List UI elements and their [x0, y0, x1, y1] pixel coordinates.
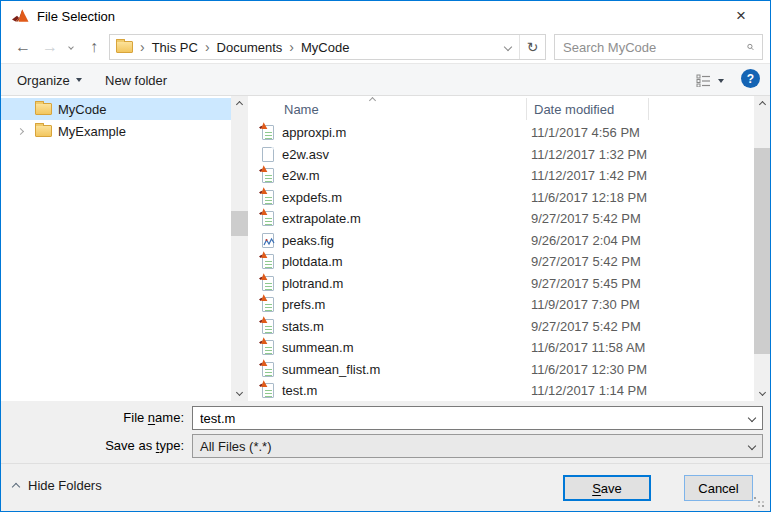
sidebar-item-label: MyExample: [58, 124, 126, 139]
chevron-up-icon: [12, 483, 20, 491]
file-row[interactable]: test.m 11/12/2017 1:14 PM: [248, 380, 754, 402]
sidebar-item-mycode[interactable]: MyCode: [1, 98, 231, 120]
scroll-up-button[interactable]: [754, 96, 771, 113]
organize-label: Organize: [17, 73, 70, 88]
file-row[interactable]: summean_flist.m 11/6/2017 12:30 PM: [248, 359, 754, 381]
file-name: summean_flist.m: [282, 362, 380, 377]
file-date-modified: 11/12/2017 1:42 PM: [531, 168, 647, 183]
file-row[interactable]: expdefs.m 11/6/2017 12:18 PM: [248, 187, 754, 209]
file-name: approxpi.m: [282, 125, 346, 140]
file-name-input[interactable]: [192, 406, 763, 430]
recent-locations-button[interactable]: [63, 34, 79, 60]
change-view-button[interactable]: [696, 69, 724, 92]
folder-tree-sidebar: MyCode MyExample: [1, 96, 231, 401]
file-row[interactable]: extrapolate.m 9/27/2017 5:42 PM: [248, 208, 754, 230]
file-date-modified: 11/6/2017 12:30 PM: [531, 362, 647, 377]
fields-panel: File name: Save as type: All Files (*.*): [1, 401, 770, 463]
breadcrumb-this-pc[interactable]: This PC: [152, 40, 198, 55]
file-date-modified: 9/27/2017 5:42 PM: [531, 254, 641, 269]
column-divider[interactable]: [526, 98, 527, 120]
file-name: peaks.fig: [282, 233, 334, 248]
resize-grip[interactable]: [754, 497, 756, 499]
file-row[interactable]: plotrand.m 9/27/2017 5:45 PM: [248, 273, 754, 295]
matlab-logo-icon: [12, 9, 30, 24]
file-name: plotdata.m: [282, 254, 343, 269]
address-bar[interactable]: › This PC › Documents › MyCode ↻: [109, 34, 546, 60]
folder-icon: [35, 103, 52, 115]
file-date-modified: 11/12/2017 1:32 PM: [531, 147, 647, 162]
organize-button[interactable]: Organize: [9, 68, 90, 92]
hide-folders-button[interactable]: Hide Folders: [13, 478, 102, 493]
file-icon: [262, 147, 274, 162]
address-dropdown-button[interactable]: [497, 35, 519, 59]
scroll-up-button[interactable]: [231, 96, 248, 113]
main-area: MyCode MyExample Name Date modified: [1, 96, 770, 401]
matlab-file-icon: [262, 168, 274, 183]
column-header-name[interactable]: Name: [284, 102, 319, 117]
file-row[interactable]: prefs.m 11/9/2017 7:30 PM: [248, 294, 754, 316]
file-row[interactable]: e2w.asv 11/12/2017 1:32 PM: [248, 144, 754, 166]
sidebar-scrollbar[interactable]: [231, 96, 248, 401]
matlab-file-icon: [262, 190, 274, 205]
save-as-type-select[interactable]: All Files (*.*): [192, 434, 763, 458]
forward-button[interactable]: →: [37, 34, 63, 60]
file-row[interactable]: summean.m 11/6/2017 11:58 AM: [248, 337, 754, 359]
folder-icon: [116, 41, 133, 53]
file-name: expdefs.m: [282, 190, 342, 205]
file-name: stats.m: [282, 319, 324, 334]
title-bar: File Selection ×: [1, 1, 770, 31]
hide-folders-label: Hide Folders: [28, 478, 102, 493]
file-row[interactable]: plotdata.m 9/27/2017 5:42 PM: [248, 251, 754, 273]
scroll-down-button[interactable]: [231, 384, 248, 401]
breadcrumb-separator: ›: [282, 39, 301, 55]
up-button[interactable]: ↑: [81, 34, 107, 60]
refresh-button[interactable]: ↻: [520, 35, 545, 59]
file-date-modified: 11/6/2017 12:18 PM: [531, 190, 647, 205]
matlab-file-icon: [262, 319, 274, 334]
chevron-down-icon: [504, 43, 512, 51]
save-button[interactable]: Save: [563, 475, 651, 501]
scrollbar-thumb[interactable]: [231, 211, 248, 236]
file-selection-dialog: File Selection × ← → ↑ › This PC › Docum…: [0, 0, 771, 512]
file-list-scrollbar[interactable]: [754, 96, 771, 401]
sidebar-item-myexample[interactable]: MyExample: [1, 120, 231, 142]
cancel-button[interactable]: Cancel: [684, 475, 753, 501]
save-as-type-value: All Files (*.*): [200, 439, 272, 454]
help-button[interactable]: ?: [741, 69, 760, 88]
matlab-file-icon: [262, 340, 274, 355]
file-row[interactable]: approxpi.m 11/1/2017 4:56 PM: [248, 122, 754, 144]
file-date-modified: 11/9/2017 7:30 PM: [531, 297, 640, 312]
file-row[interactable]: stats.m 9/27/2017 5:42 PM: [248, 316, 754, 338]
search-input[interactable]: [555, 40, 747, 55]
chevron-down-icon: [68, 44, 74, 50]
matlab-file-icon: [262, 383, 274, 398]
back-button[interactable]: ←: [9, 34, 37, 60]
dropdown-arrow-icon: [76, 78, 82, 82]
file-row[interactable]: e2w.m 11/12/2017 1:42 PM: [248, 165, 754, 187]
search-icon: [747, 41, 754, 53]
file-name: extrapolate.m: [282, 211, 361, 226]
file-name: plotrand.m: [282, 276, 343, 291]
file-date-modified: 9/27/2017 5:42 PM: [531, 319, 641, 334]
footer-bar: Hide Folders Save Cancel: [1, 463, 770, 512]
file-date-modified: 9/27/2017 5:45 PM: [531, 276, 641, 291]
sidebar-item-label: MyCode: [58, 102, 106, 117]
matlab-file-icon: [262, 297, 274, 312]
scroll-down-button[interactable]: [754, 384, 771, 401]
dropdown-arrow-icon: [718, 79, 724, 83]
file-name: test.m: [282, 383, 317, 398]
file-name: e2w.asv: [282, 147, 329, 162]
chevron-up-icon: [759, 101, 766, 108]
close-button[interactable]: ×: [724, 1, 758, 30]
expand-chevron-icon[interactable]: [17, 127, 24, 134]
breadcrumb-mycode[interactable]: MyCode: [301, 40, 349, 55]
command-toolbar: Organize New folder ?: [1, 63, 770, 96]
breadcrumb-documents[interactable]: Documents: [217, 40, 283, 55]
new-folder-button[interactable]: New folder: [97, 68, 175, 92]
column-divider[interactable]: [648, 98, 649, 120]
scrollbar-thumb[interactable]: [754, 148, 771, 354]
file-name: e2w.m: [282, 168, 320, 183]
breadcrumb-separator: ›: [133, 39, 152, 55]
file-row[interactable]: peaks.fig 9/26/2017 2:04 PM: [248, 230, 754, 252]
column-header-date-modified[interactable]: Date modified: [534, 102, 614, 117]
